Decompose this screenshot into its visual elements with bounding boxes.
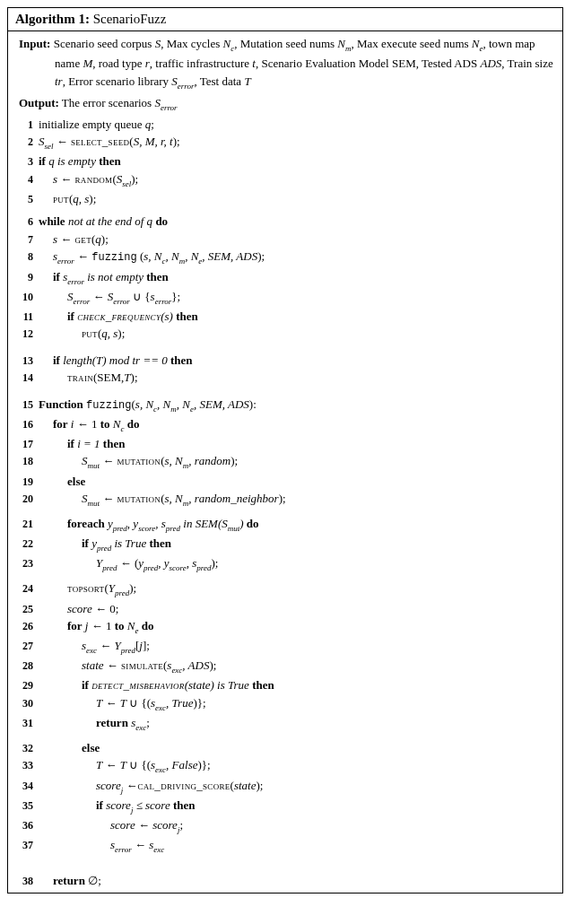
code-line-31: 31return sexc; — [13, 714, 557, 734]
code-line-28: 28state ← simulate(sexc, ADS); — [13, 657, 557, 676]
code-line-33: 33T ← T ∪ {(sexc, False)}; — [13, 756, 557, 776]
code-line-18: 18Smut ← mutation(s, Nm, random); — [13, 452, 557, 472]
code-line-4: 4s ← random(Ssel); — [13, 170, 557, 190]
input-line: Input: Scenario seed corpus S, Max cycle… — [13, 35, 557, 92]
code-line-26: 26for j ← 1 to Ne do — [13, 617, 557, 637]
code-line-10: 10Serror ← Serror ∪ {serror}; — [13, 288, 557, 308]
code-line-23: 23Ypred ← (ypred, yscore, spred); — [13, 554, 557, 574]
title-prefix: Algorithm 1: — [15, 12, 90, 26]
code-line-27: 27sexc ← Ypred[j]; — [13, 637, 557, 657]
code-line-7: 7s ← get(q); — [13, 231, 557, 248]
code-line-36: 36score ← scorej; — [13, 816, 557, 836]
code-line-37: 37serror ← sexc — [13, 836, 557, 856]
code-line-29: 29if detect_misbehavior(state) is True t… — [13, 676, 557, 694]
input-text: Scenario seed corpus S, Max cycles Nc, M… — [54, 37, 553, 88]
code-line-8: 8serror ← fuzzing (s, Nc, Nm, Ne, SEM, A… — [13, 248, 557, 267]
code-line-34: 34scorej ←cal_driving_score(state); — [13, 777, 557, 797]
algorithm-title: Algorithm 1: ScenarioFuzz — [8, 8, 562, 31]
algorithm-body: Input: Scenario seed corpus S, Max cycle… — [8, 31, 562, 893]
code-line-3: 3if q is empty then — [13, 153, 557, 170]
code-line-6: 6while not at the end of q do — [13, 213, 557, 231]
output-text: The error scenarios Serror — [62, 96, 178, 109]
code-line-30: 30T ← T ∪ {(sexc, True)}; — [13, 694, 557, 714]
code-line-13: 13if length(T) mod tr == 0 then — [13, 352, 557, 370]
output-line: Output: The error scenarios Serror — [13, 94, 557, 114]
code-line-14: 14train(SEM,T); — [13, 369, 557, 387]
code-line-17: 17if i = 1 then — [13, 435, 557, 453]
code-line-5: 5put(q, s); — [13, 190, 557, 208]
code-line-32: 32else — [13, 739, 557, 757]
code-line-9: 9if serror is not empty then — [13, 268, 557, 288]
code-line-19: 19else — [13, 473, 557, 491]
title-name: ScenarioFuzz — [93, 12, 167, 26]
code-line-11: 11if check_frequency(s) then — [13, 308, 557, 326]
code-line-16: 16for i ← 1 to Nc do — [13, 415, 557, 435]
input-label: Input: — [19, 37, 50, 50]
code-line-25: 25score ← 0; — [13, 600, 557, 618]
code-line-15: 15Function fuzzing(s, Nc, Nm, Ne, SEM, A… — [13, 396, 557, 415]
code-line-24: 24topsort(Ypred); — [13, 580, 557, 599]
code-line-35: 35if scorej ≤ score then — [13, 797, 557, 816]
algorithm-box: Algorithm 1: ScenarioFuzz Input: Scenari… — [7, 7, 563, 893]
code-line-20: 20Smut ← mutation(s, Nm, random_neighbor… — [13, 490, 557, 510]
code-line-21: 21foreach ypred, yscore, spred in SEM(Sm… — [13, 515, 557, 535]
code-line-1: 1initialize empty queue q; — [13, 116, 557, 134]
code-line-2: 2Ssel ← select_seed(S, M, r, t); — [13, 133, 557, 153]
code-line-38: 38return ∅; — [13, 872, 557, 890]
output-label: Output: — [19, 96, 59, 109]
code-line-12: 12put(q, s); — [13, 325, 557, 343]
code-line-22: 22if ypred is True then — [13, 535, 557, 554]
